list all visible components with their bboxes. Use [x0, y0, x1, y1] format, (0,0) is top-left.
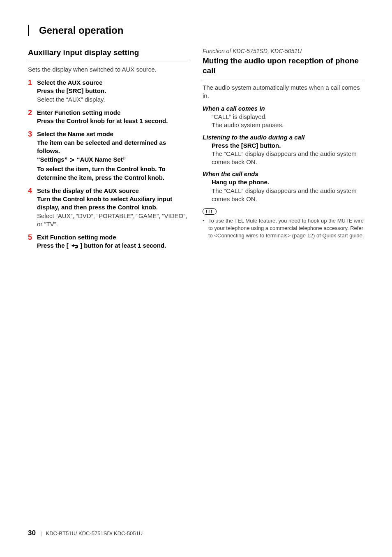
- step-instruction-bold: Turn the Control knob to select Auxiliar…: [37, 195, 189, 212]
- content-columns: Auxiliary input display setting Sets the…: [28, 48, 364, 255]
- sub1-block: “CALL” is displayed. The audio system pa…: [203, 113, 364, 130]
- sub2-block: Press the [SRC] button. The “CALL” displ…: [203, 142, 364, 167]
- step-instruction-bold: Press the [SRC] button.: [37, 87, 189, 95]
- footer-models: KDC-BT51U/ KDC-5751SD/ KDC-5051U: [46, 530, 143, 536]
- aux-intro-text: Sets the display when switched to AUX so…: [28, 65, 189, 74]
- left-column: Auxiliary input display setting Sets the…: [28, 48, 189, 255]
- step-3: 3 Select the Name set mode The item can …: [28, 130, 189, 182]
- step-4: 4 Sets the display of the AUX source Tur…: [28, 187, 189, 228]
- step-title: Enter Function setting mode: [37, 109, 189, 117]
- mute-section-heading: Muting the audio upon reception of phone…: [203, 56, 364, 77]
- section-divider: [203, 80, 364, 80]
- sub3-plain: The “CALL” display disappears and the au…: [212, 187, 364, 204]
- sub1-line2: The audio system pauses.: [212, 121, 364, 129]
- tel-mute-note: • To use the TEL Mute feature, you need …: [203, 217, 364, 240]
- page-title-container: General operation: [28, 25, 364, 36]
- step-number: 2: [28, 109, 34, 125]
- step-number: 1: [28, 79, 34, 104]
- path-part-b: “AUX Name Set”: [77, 156, 126, 163]
- step-title: Select the Name set mode: [37, 130, 189, 138]
- step-2: 2 Enter Function setting mode Press the …: [28, 109, 189, 125]
- step-path: “Settings” > “AUX Name Set”: [37, 155, 189, 165]
- bullet-dot-icon: •: [203, 217, 206, 240]
- note-icon-row: ⁞⁞⁞: [203, 207, 364, 215]
- mute-intro-text: The audio system automatically mutes whe…: [203, 84, 364, 100]
- sub3-block: Hang up the phone. The “CALL” display di…: [203, 178, 364, 203]
- step5-pre: Press the [: [37, 242, 69, 249]
- step-1: 1 Select the AUX source Press the [SRC] …: [28, 79, 189, 104]
- page-number: 30: [28, 529, 39, 537]
- model-function-note: Function of KDC-5751SD, KDC-5051U: [203, 48, 364, 54]
- subhead-listening-during-call: Listening to the audio during a call: [203, 134, 364, 141]
- note-icon: ⁞⁞⁞: [203, 208, 217, 215]
- step-body: Sets the display of the AUX source Turn …: [37, 187, 189, 228]
- step-title: Select the AUX source: [37, 79, 189, 87]
- step-5: 5 Exit Function setting mode Press the […: [28, 233, 189, 250]
- sub2-bold: Press the [SRC] button.: [212, 142, 364, 150]
- step-number: 4: [28, 187, 34, 228]
- subhead-call-comes-in: When a call comes in: [203, 105, 364, 112]
- chevron-right-icon: >: [69, 156, 75, 164]
- step-instruction-plain: Select the “AUX” display.: [37, 95, 189, 104]
- section-divider: [28, 62, 189, 62]
- right-column: Function of KDC-5751SD, KDC-5051U Muting…: [203, 48, 364, 255]
- step-instruction-bold: Press the Control knob for at least 1 se…: [37, 117, 189, 125]
- page-footer: 30 | KDC-BT51U/ KDC-5751SD/ KDC-5051U: [28, 529, 143, 537]
- sub3-bold: Hang up the phone.: [212, 178, 364, 186]
- path-part-a: “Settings”: [37, 156, 67, 163]
- step-number: 3: [28, 130, 34, 182]
- page-title: General operation: [39, 25, 364, 36]
- step-body: Exit Function setting mode Press the [ ]…: [37, 233, 189, 250]
- step-title: Exit Function setting mode: [37, 233, 189, 241]
- back-icon: [70, 243, 78, 248]
- step-body: Select the AUX source Press the [SRC] bu…: [37, 79, 189, 104]
- step-instruction-bold-2: To select the item, turn the Control kno…: [37, 165, 189, 182]
- step-body: Enter Function setting mode Press the Co…: [37, 109, 189, 125]
- subhead-call-ends: When the call ends: [203, 170, 364, 177]
- step-body: Select the Name set mode The item can be…: [37, 130, 189, 182]
- step-instruction-bold: Press the [ ] button for at least 1 seco…: [37, 241, 189, 250]
- note-text: To use the TEL Mute feature, you need to…: [208, 217, 364, 240]
- sub2-plain: The “CALL” display disappears and the au…: [212, 150, 364, 167]
- step-title: Sets the display of the AUX source: [37, 187, 189, 195]
- step-instruction-bold: The item can be selected and determined …: [37, 139, 189, 155]
- step5-post: ] button for at least 1 second.: [80, 242, 166, 249]
- step-instruction-plain: Select “AUX”, “DVD”, “PORTABLE”, “GAME”,…: [37, 212, 189, 229]
- aux-section-heading: Auxiliary input display setting: [28, 48, 189, 59]
- footer-separator: |: [41, 530, 44, 536]
- sub1-line1: “CALL” is displayed.: [212, 113, 364, 121]
- step-number: 5: [28, 233, 34, 250]
